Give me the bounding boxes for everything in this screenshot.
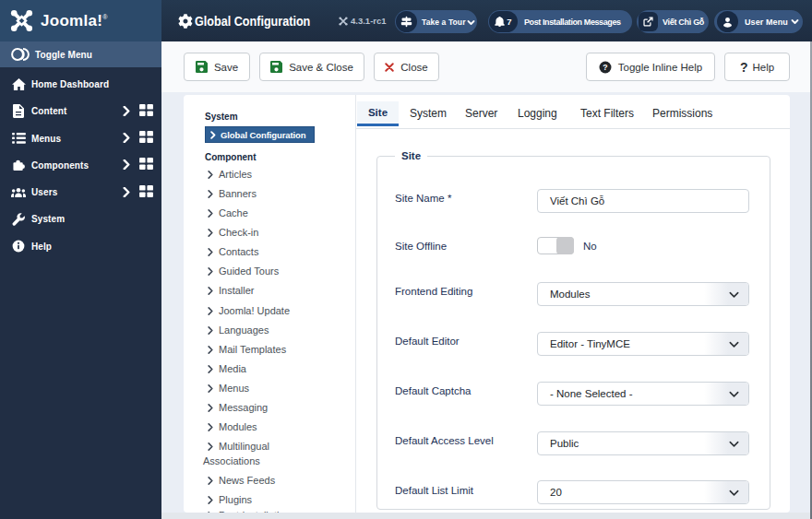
svg-text:?: ? (603, 63, 607, 72)
